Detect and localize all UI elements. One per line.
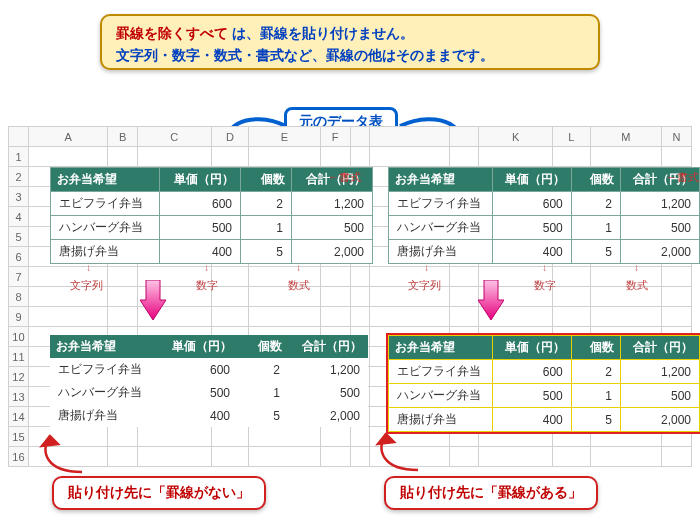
col-header: N (662, 127, 692, 147)
hdr-price: 単価（円） (158, 335, 238, 358)
hdr-name: お弁当希望 (389, 336, 493, 360)
grid-cell (320, 307, 350, 327)
cell: 2 (241, 192, 292, 216)
hdr-qty: 個数 (571, 336, 620, 360)
pink-arrow-down-icon (140, 280, 166, 320)
pink-arrow-down-icon (478, 280, 504, 320)
grid-cell (350, 307, 370, 327)
col-header: L (552, 127, 590, 147)
format-annotation-right: ←書式 (666, 170, 699, 185)
row-header: 15 (9, 427, 29, 447)
dtype-text-right: 文字列 (408, 278, 441, 293)
grid-cell (662, 307, 692, 327)
cell: 600 (160, 192, 241, 216)
hdr-name: お弁当希望 (51, 168, 160, 192)
hdr-price: 単価（円） (492, 168, 571, 192)
tick-icon: ↓ (204, 262, 209, 273)
cell: 5 (238, 404, 288, 427)
row-header: 4 (9, 207, 29, 227)
grid-cell (370, 307, 449, 327)
svg-marker-2 (140, 280, 166, 320)
grid-cell (662, 447, 692, 467)
grid-cell (350, 447, 370, 467)
grid-cell (350, 287, 370, 307)
row-header: 5 (9, 227, 29, 247)
row-header: 9 (9, 307, 29, 327)
dtype-formula-right: 数式 (626, 278, 648, 293)
grid-cell (108, 427, 138, 447)
hdr-total: 合計（円） (288, 335, 368, 358)
cell: 5 (571, 408, 620, 432)
cell: 2 (238, 358, 288, 381)
cell: 1,200 (621, 360, 700, 384)
cell: 500 (621, 216, 700, 240)
col-header: E (249, 127, 320, 147)
grid-cell (108, 447, 138, 467)
explanation-line2: 文字列・数字・数式・書式など、罫線の他はそのままです。 (116, 44, 584, 66)
hdr-name: お弁当希望 (50, 335, 158, 358)
explanation-rest: は、罫線を貼り付けません。 (232, 25, 414, 41)
tick-icon: ↓ (634, 262, 639, 273)
row-header: 14 (9, 407, 29, 427)
explanation-line1: 罫線を除くすべて は、罫線を貼り付けません。 (116, 22, 584, 44)
hdr-qty: 個数 (238, 335, 288, 358)
grid-row: 16 (9, 447, 692, 467)
cell: 400 (492, 240, 571, 264)
grid-cell (320, 287, 350, 307)
cell: 600 (158, 358, 238, 381)
col-header (370, 127, 449, 147)
grid-cell (370, 147, 449, 167)
column-header-row: A B C D E F K L M N (9, 127, 692, 147)
cell: エビフライ弁当 (389, 192, 493, 216)
cell: 400 (158, 404, 238, 427)
cell: 唐揚げ弁当 (389, 408, 493, 432)
badge-no-borders: 貼り付け先に「罫線がない」 (52, 476, 266, 510)
badge-has-borders: 貼り付け先に「罫線がある」 (384, 476, 598, 510)
cell: エビフライ弁当 (51, 192, 160, 216)
grid-row: 9 (9, 307, 692, 327)
grid-cell (590, 307, 661, 327)
grid-cell (350, 267, 370, 287)
explanation-box: 罫線を除くすべて は、罫線を貼り付けません。 文字列・数字・数式・書式など、罫線… (100, 14, 600, 70)
explanation-emphasis: 罫線を除くすべて (116, 25, 228, 41)
hdr-price: 単価（円） (492, 336, 571, 360)
tick-icon: ↓ (542, 262, 547, 273)
red-hook-arrow-icon (372, 430, 432, 472)
grid-cell (662, 147, 692, 167)
cell: 唐揚げ弁当 (50, 404, 158, 427)
grid-cell (479, 147, 552, 167)
grid-cell (479, 447, 552, 467)
svg-marker-4 (42, 436, 58, 446)
cell: 唐揚げ弁当 (389, 240, 493, 264)
col-header: B (108, 127, 138, 147)
col-header: C (138, 127, 211, 147)
cell: 2 (571, 192, 620, 216)
grid-cell (552, 447, 590, 467)
hdr-name: お弁当希望 (389, 168, 493, 192)
grid-cell (590, 447, 661, 467)
row-header: 2 (9, 167, 29, 187)
col-header: M (590, 127, 661, 147)
red-hook-arrow-icon (36, 432, 96, 474)
cell: 1 (571, 216, 620, 240)
grid-row: 1 (9, 147, 692, 167)
grid-cell (449, 267, 479, 287)
grid-row: 8 (9, 287, 692, 307)
hdr-qty: 個数 (241, 168, 292, 192)
grid-cell (320, 267, 350, 287)
grid-cell (108, 307, 138, 327)
cell: 500 (160, 216, 241, 240)
row-header: 12 (9, 367, 29, 387)
grid-cell (320, 447, 350, 467)
cell: 600 (492, 192, 571, 216)
row-header: 16 (9, 447, 29, 467)
cell: 500 (158, 381, 238, 404)
result-table-has-borders: お弁当希望 単価（円） 個数 合計（円） エビフライ弁当60021,200 ハン… (388, 335, 700, 432)
tick-icon: ↓ (296, 262, 301, 273)
cell: 2,000 (621, 240, 700, 264)
grid-cell (449, 307, 479, 327)
grid-cell (249, 427, 320, 447)
row-header: 13 (9, 387, 29, 407)
cell: ハンバーグ弁当 (50, 381, 158, 404)
grid-cell (552, 147, 590, 167)
